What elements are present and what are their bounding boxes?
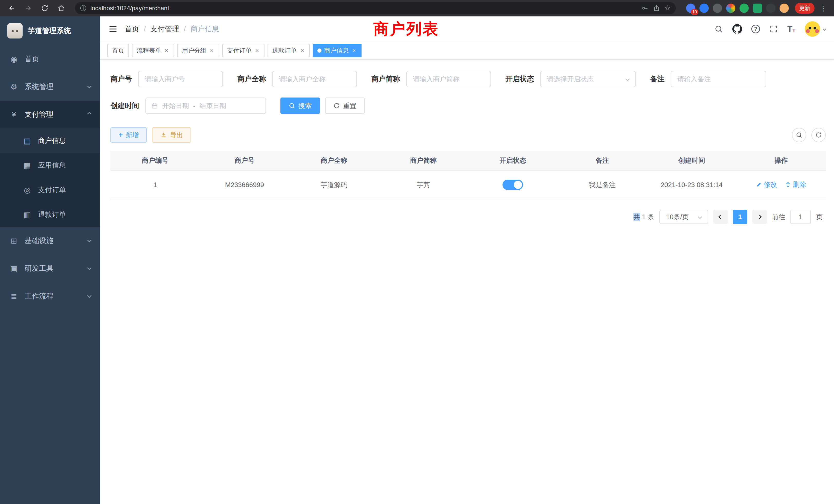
extension-blue-grid-icon[interactable]: 10 bbox=[686, 4, 695, 13]
sidebar-item-payment[interactable]: ¥ 支付管理 bbox=[0, 100, 100, 128]
browser-update-button[interactable]: 更新 bbox=[795, 3, 814, 14]
breadcrumb-separator: / bbox=[144, 25, 146, 33]
back-icon[interactable] bbox=[5, 2, 19, 15]
tab-refund-orders[interactable]: 退款订单 × bbox=[267, 44, 310, 57]
col-actions: 操作 bbox=[737, 151, 826, 170]
search-button[interactable]: 搜索 bbox=[280, 97, 320, 114]
chevron-down-icon bbox=[87, 266, 92, 270]
breadcrumb-current: 商户信息 bbox=[191, 24, 219, 34]
short-name-input[interactable]: 请输入商户简称 bbox=[406, 71, 491, 87]
password-key-icon[interactable] bbox=[641, 4, 649, 12]
full-name-input[interactable]: 请输入商户全称 bbox=[272, 71, 357, 87]
page-size-select[interactable]: 10条/页 bbox=[659, 210, 708, 224]
extension-dark-circle-icon[interactable] bbox=[713, 4, 722, 13]
forward-icon[interactable] bbox=[22, 2, 35, 15]
breadcrumb-separator: / bbox=[184, 25, 186, 33]
close-icon[interactable]: × bbox=[254, 47, 260, 54]
extension-colorful-icon[interactable] bbox=[726, 4, 736, 13]
prev-page-button[interactable] bbox=[713, 210, 728, 224]
gear-icon: ⚙ bbox=[9, 83, 19, 91]
export-button[interactable]: 导出 bbox=[152, 127, 191, 143]
status-select[interactable]: 请选择开启状态 bbox=[540, 71, 636, 87]
add-button[interactable]: + 新增 bbox=[110, 127, 147, 143]
delete-link[interactable]: 删除 bbox=[785, 180, 806, 189]
logo-avatar bbox=[7, 23, 23, 39]
sidebar-item-dev-tools[interactable]: ▣ 研发工具 bbox=[0, 255, 100, 282]
field-short-name: 商户简称 请输入商户简称 bbox=[371, 71, 491, 87]
workflow-icon: ≣ bbox=[9, 292, 19, 301]
breadcrumb-home[interactable]: 首页 bbox=[125, 24, 139, 34]
sidebar-item-merchant-info[interactable]: ▤ 商户信息 bbox=[0, 128, 100, 153]
create-time-range-picker[interactable]: 开始日期 - 结束日期 bbox=[145, 97, 266, 114]
fullscreen-icon[interactable] bbox=[769, 25, 778, 33]
dashboard-icon: ◉ bbox=[9, 55, 19, 64]
filter-row-1: 商户号 请输入商户号 商户全称 请输入商户全称 商户简称 请输入商户简称 开启状… bbox=[110, 71, 826, 87]
edit-link[interactable]: 修改 bbox=[756, 180, 777, 189]
extension-blue-drop-icon[interactable] bbox=[699, 4, 709, 13]
chevron-down-icon bbox=[87, 294, 92, 298]
sidebar-item-system[interactable]: ⚙ 系统管理 bbox=[0, 73, 100, 100]
merchant-table: 商户编号 商户号 商户全称 商户简称 开启状态 备注 创建时间 操作 1 M23… bbox=[110, 151, 826, 199]
home-icon[interactable] bbox=[54, 2, 68, 15]
col-merchant-no: 商户号 bbox=[200, 151, 289, 170]
tab-pay-orders[interactable]: 支付订单 × bbox=[222, 44, 264, 57]
grid-icon: ▦ bbox=[23, 161, 32, 170]
sidebar-item-app-info[interactable]: ▦ 应用信息 bbox=[0, 153, 100, 178]
extension-green-circle-icon[interactable] bbox=[740, 4, 749, 13]
breadcrumb: 首页 / 支付管理 / 商户信息 bbox=[125, 24, 219, 34]
extension-dark-circle2-icon[interactable] bbox=[766, 4, 775, 13]
url-text: localhost:1024/pay/merchant bbox=[90, 5, 637, 12]
extension-green-square-icon[interactable] bbox=[753, 4, 762, 13]
toggle-search-button[interactable] bbox=[792, 128, 806, 142]
goto-page-input[interactable] bbox=[790, 210, 811, 224]
sidebar-item-infrastructure[interactable]: ⊞ 基础设施 bbox=[0, 227, 100, 255]
sidebar: 芋道管理系统 ◉ 首页 ⚙ 系统管理 ¥ 支付管理 ▤ 商户信息 ▦ 应用信息 bbox=[0, 17, 100, 504]
address-bar[interactable]: ⓘ localhost:1024/pay/merchant ☆ bbox=[75, 2, 676, 14]
browser-toolbar: ⓘ localhost:1024/pay/merchant ☆ 10 更新 ⋮ bbox=[0, 0, 834, 17]
browser-menu-icon[interactable]: ⋮ bbox=[817, 4, 829, 13]
bookmark-star-icon[interactable]: ☆ bbox=[664, 5, 671, 12]
cell-actions: 修改 删除 bbox=[737, 170, 826, 199]
reset-button[interactable]: 重置 bbox=[325, 97, 365, 114]
sidebar-fold-icon[interactable] bbox=[108, 24, 117, 33]
sidebar-item-refund-orders[interactable]: ▥ 退款订单 bbox=[0, 202, 100, 227]
refresh-button[interactable] bbox=[811, 128, 826, 142]
cell-create-time: 2021-10-23 08:31:14 bbox=[647, 170, 737, 199]
extension-orange-circle-icon[interactable] bbox=[780, 4, 789, 13]
close-icon[interactable]: × bbox=[209, 47, 215, 54]
status-toggle[interactable] bbox=[503, 180, 523, 190]
breadcrumb-payment[interactable]: 支付管理 bbox=[151, 24, 179, 34]
tab-user-group[interactable]: 用户分组 × bbox=[177, 44, 219, 57]
col-merchant-id: 商户编号 bbox=[110, 151, 200, 170]
sidebar-item-workflow[interactable]: ≣ 工作流程 bbox=[0, 282, 100, 310]
sidebar-item-pay-orders[interactable]: ◎ 支付订单 bbox=[0, 178, 100, 202]
close-icon[interactable]: × bbox=[300, 47, 305, 54]
close-icon[interactable]: × bbox=[164, 47, 170, 54]
field-merchant-no: 商户号 请输入商户号 bbox=[110, 71, 223, 87]
next-page-button[interactable] bbox=[752, 210, 767, 224]
chevron-down-icon bbox=[626, 77, 630, 81]
share-icon[interactable] bbox=[653, 5, 660, 12]
tab-home[interactable]: 首页 bbox=[107, 44, 129, 57]
toolbar-right bbox=[792, 128, 826, 142]
remark-input[interactable]: 请输入备注 bbox=[671, 71, 766, 87]
close-icon[interactable]: × bbox=[351, 47, 357, 54]
page-1-button[interactable]: 1 bbox=[733, 210, 747, 224]
tab-process-form[interactable]: 流程表单 × bbox=[132, 44, 174, 57]
github-icon[interactable] bbox=[732, 24, 742, 34]
tab-merchant-info[interactable]: 商户信息 × bbox=[313, 44, 361, 57]
sidebar-item-home[interactable]: ◉ 首页 bbox=[0, 45, 100, 73]
chevron-down-icon bbox=[823, 27, 826, 31]
app-title: 芋道管理系统 bbox=[28, 26, 71, 36]
help-icon[interactable]: ? bbox=[751, 25, 760, 33]
search-icon[interactable] bbox=[714, 25, 723, 33]
page-unit-label: 页 bbox=[816, 212, 823, 222]
field-remark: 备注 请输入备注 bbox=[650, 71, 766, 87]
reload-icon[interactable] bbox=[38, 2, 51, 15]
merchant-no-input[interactable]: 请输入商户号 bbox=[138, 71, 223, 87]
site-info-icon[interactable]: ⓘ bbox=[80, 5, 86, 11]
user-avatar[interactable] bbox=[805, 21, 826, 37]
refund-icon: ▥ bbox=[23, 210, 32, 219]
chevron-up-icon bbox=[87, 112, 92, 116]
font-size-icon[interactable]: TT bbox=[787, 25, 795, 33]
